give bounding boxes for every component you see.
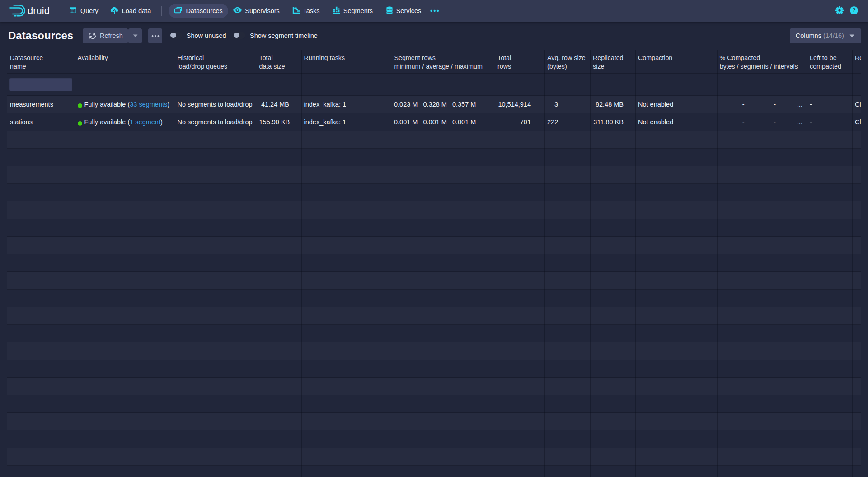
svg-text:?: ? bbox=[852, 7, 856, 14]
